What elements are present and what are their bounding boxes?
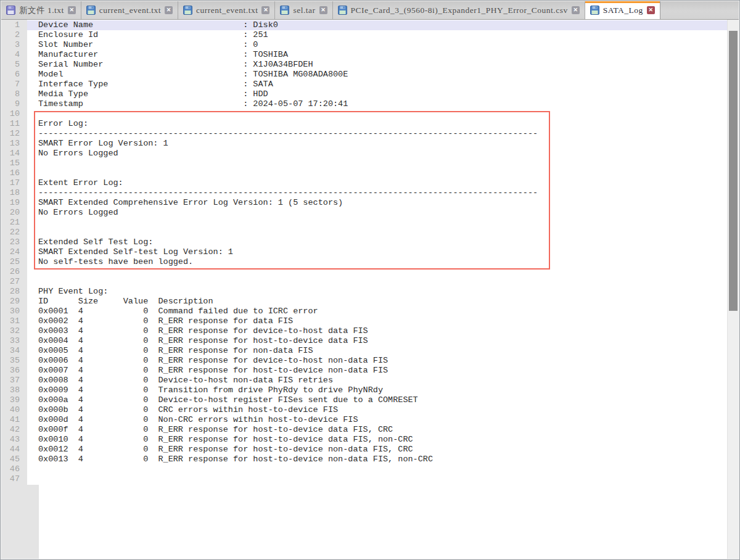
line[interactable]: 450x0013 4 0 R_ERR response for host-to-… (1, 455, 728, 464)
line[interactable]: 380x0009 4 0 Transition from drive PhyRd… (1, 385, 728, 395)
line-number: 39 (1, 395, 27, 405)
line[interactable]: 320x0003 4 0 R_ERR response for device-t… (1, 326, 728, 336)
line[interactable]: 340x0005 4 0 R_ERR response for non-data… (1, 346, 728, 356)
line[interactable]: 12--------------------------------------… (1, 129, 728, 139)
line-number: 13 (1, 139, 27, 149)
line[interactable]: 16 (1, 168, 728, 178)
line[interactable]: 11Error Log: (1, 119, 728, 129)
line-number: 27 (1, 277, 27, 287)
line[interactable]: 47 (1, 474, 728, 484)
line-text (27, 218, 728, 228)
line[interactable]: 26 (1, 267, 728, 277)
line[interactable]: 17Extent Error Log: (1, 178, 728, 188)
line[interactable]: 3Slot Number : 0 (1, 40, 728, 50)
line-text (27, 109, 728, 119)
tab-close-button[interactable]: ✕ (165, 6, 173, 14)
line[interactable]: 14No Errors Logged (1, 149, 728, 159)
line-number: 6 (1, 70, 27, 80)
line[interactable]: 430x0010 4 0 R_ERR response for host-to-… (1, 435, 728, 445)
line-text: No self-tests have been logged. (27, 257, 728, 267)
line[interactable]: 19SMART Extended Comprehensive Error Log… (1, 198, 728, 208)
tab-close-button[interactable]: ✕ (261, 6, 269, 14)
line[interactable]: 27 (1, 277, 728, 287)
line-number: 10 (1, 109, 27, 119)
line-text: ID Size Value Description (27, 297, 728, 307)
line[interactable]: 360x0007 4 0 R_ERR response for host-to-… (1, 366, 728, 376)
line[interactable]: 5Serial Number : X1J0A34BFDEH (1, 60, 728, 70)
line-text (27, 267, 728, 277)
line[interactable]: 350x0006 4 0 R_ERR response for device-t… (1, 356, 728, 366)
tab-close-button[interactable]: ✕ (319, 6, 327, 14)
line[interactable]: 9Timestamp : 2024-05-07 17:20:41 (1, 99, 728, 109)
line-number: 32 (1, 326, 27, 336)
line-text: SMART Extended Comprehensive Error Log V… (27, 198, 728, 208)
line-number: 1 (1, 20, 27, 30)
line[interactable]: 410x000d 4 0 Non-CRC errors within host-… (1, 415, 728, 425)
line[interactable]: 13SMART Error Log Version: 1 (1, 139, 728, 149)
tab-current_event_txt[interactable]: current_event.txt✕ (178, 1, 275, 19)
line-text (27, 168, 728, 178)
tab-_1_txt[interactable]: 新文件 1.txt✕ (1, 1, 81, 19)
line-number: 19 (1, 198, 27, 208)
line-number: 3 (1, 40, 27, 50)
line-text: 0x0001 4 0 Command failed due to ICRC er… (27, 307, 728, 316)
line-number: 25 (1, 257, 27, 267)
line[interactable]: 400x000b 4 0 CRC errors within host-to-d… (1, 405, 728, 415)
line-number: 11 (1, 119, 27, 129)
line[interactable]: 21 (1, 218, 728, 228)
tab-label: 新文件 1.txt (19, 5, 64, 16)
line[interactable]: 24SMART Extended Self-test Log Version: … (1, 247, 728, 257)
line-text: Extent Error Log: (27, 178, 728, 188)
line[interactable]: 4Manufacturer : TOSHIBA (1, 50, 728, 60)
scrollbar-thumb[interactable] (729, 31, 738, 311)
tab-PCIe_Card_3__9560-8i__Expander1_PHY_Error_Count_csv[interactable]: PCIe_Card_3_(9560-8i)_Expander1_PHY_Erro… (333, 1, 585, 19)
line[interactable]: 18--------------------------------------… (1, 188, 728, 198)
line-number: 14 (1, 149, 27, 159)
line-text: Timestamp : 2024-05-07 17:20:41 (27, 99, 728, 109)
tab-bar: 新文件 1.txt✕current_event.txt✕current_even… (1, 1, 739, 20)
line[interactable]: 390x000a 4 0 Device-to-host register FIS… (1, 395, 728, 405)
tab-label: current_event.txt (99, 6, 161, 15)
line[interactable]: 29ID Size Value Description (1, 297, 728, 307)
line[interactable]: 8Media Type : HDD (1, 89, 728, 99)
line[interactable]: 28PHY Event Log: (1, 287, 728, 297)
line[interactable]: 300x0001 4 0 Command failed due to ICRC … (1, 307, 728, 316)
line[interactable]: 23Extended Self Test Log: (1, 237, 728, 247)
line-number: 31 (1, 316, 27, 326)
line-number: 5 (1, 60, 27, 70)
line[interactable]: 25No self-tests have been logged. (1, 257, 728, 267)
tab-current_event_txt[interactable]: current_event.txt✕ (81, 1, 178, 19)
tab-SATA_Log[interactable]: SATA_Log✕ (585, 1, 660, 19)
vertical-scrollbar[interactable] (727, 20, 739, 559)
line[interactable]: 6Model : TOSHIBA MG08ADA800E (1, 70, 728, 80)
line[interactable]: 310x0002 4 0 R_ERR response for data FIS (1, 316, 728, 326)
editor-window: 新文件 1.txt✕current_event.txt✕current_even… (0, 0, 740, 560)
line-number: 46 (1, 464, 27, 474)
tab-close-button[interactable]: ✕ (68, 6, 76, 14)
line-number: 23 (1, 237, 27, 247)
line[interactable]: 1Device Name : Disk0 (1, 20, 728, 30)
line[interactable]: 15 (1, 159, 728, 168)
tab-label: current_event.txt (196, 6, 258, 15)
line-number: 44 (1, 445, 27, 455)
tab-close-button[interactable]: ✕ (647, 6, 655, 14)
line[interactable]: 370x0008 4 0 Device-to-host non-data FIS… (1, 376, 728, 385)
line[interactable]: 20No Errors Logged (1, 208, 728, 218)
line[interactable]: 22 (1, 228, 728, 237)
line-text: ----------------------------------------… (27, 188, 728, 198)
line[interactable]: 2Enclosure Id : 251 (1, 30, 728, 40)
line-number: 8 (1, 89, 27, 99)
line[interactable]: 10 (1, 109, 728, 119)
line[interactable]: 7Interface Type : SATA (1, 80, 728, 89)
line-text: Model : TOSHIBA MG08ADA800E (27, 70, 728, 80)
line[interactable]: 440x0012 4 0 R_ERR response for host-to-… (1, 445, 728, 455)
line[interactable]: 330x0004 4 0 R_ERR response for host-to-… (1, 336, 728, 346)
editor-content[interactable]: 1Device Name : Disk02Enclosure Id : 2513… (1, 20, 739, 559)
line-text: 0x0013 4 0 R_ERR response for host-to-de… (27, 455, 728, 464)
tab-sel_tar[interactable]: sel.tar✕ (275, 1, 332, 19)
line[interactable]: 46 (1, 464, 728, 474)
line-number: 40 (1, 405, 27, 415)
line-text (27, 277, 728, 287)
line[interactable]: 420x000f 4 0 R_ERR response for host-to-… (1, 425, 728, 435)
tab-close-button[interactable]: ✕ (572, 6, 580, 14)
